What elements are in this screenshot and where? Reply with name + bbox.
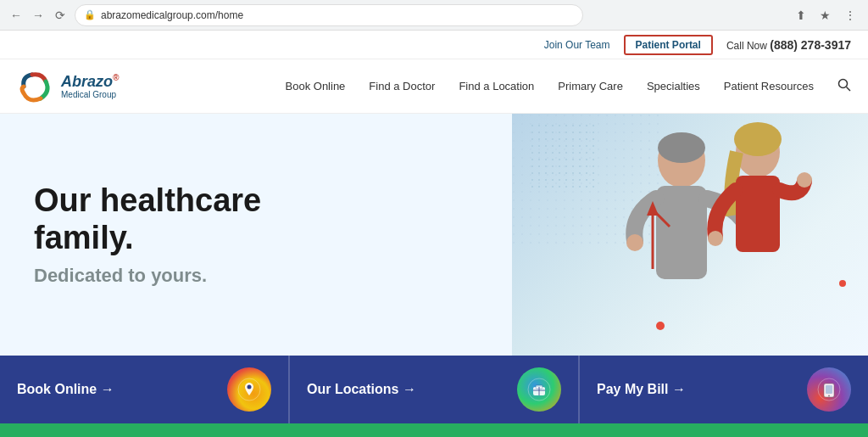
share-button[interactable]: ⬆ (793, 7, 810, 24)
svg-point-6 (658, 132, 705, 163)
nav-specialties[interactable]: Specialties (647, 80, 700, 92)
forward-button[interactable]: → (31, 8, 46, 23)
book-online-label: Book Online → (17, 382, 114, 397)
logo-icon (17, 68, 54, 105)
pay-bill-label: Pay My Bill → (597, 382, 686, 397)
svg-rect-29 (826, 385, 832, 394)
svg-point-11 (734, 122, 782, 156)
menu-button[interactable]: ⋮ (841, 7, 860, 24)
url-text: abrazomedicalgroup.com/home (101, 9, 243, 21)
svg-point-16 (839, 280, 846, 287)
hero-title: Our healthcare family. (34, 182, 261, 256)
hero-content: Our healthcare family. Dedicated to your… (0, 157, 295, 312)
hero-image (512, 114, 868, 356)
action-cards: Book Online → Our Locations → (0, 356, 868, 423)
nav-find-location[interactable]: Find a Location (459, 80, 534, 92)
svg-point-30 (828, 395, 830, 397)
svg-point-8 (626, 234, 643, 251)
green-banner-text: Our Health... Famil... (34, 434, 282, 437)
join-team-link[interactable]: Join Our Team (544, 39, 610, 51)
our-locations-label: Our Locations → (307, 382, 416, 397)
url-bar[interactable]: 🔒 abrazomedicalgroup.com/home (75, 4, 583, 26)
bill-icon (807, 367, 851, 412)
our-locations-card[interactable]: Our Locations → (290, 356, 580, 423)
phone-number: (888) 278-3917 (770, 38, 851, 52)
bookmark-button[interactable]: ★ (816, 7, 834, 24)
green-banner: Our Health... Famil... (0, 423, 868, 437)
nav-primary-care[interactable]: Primary Care (558, 80, 623, 92)
logo-text: Abrazo® Medical Group (61, 73, 119, 100)
locations-icon (517, 367, 561, 412)
lock-icon: 🔒 (84, 9, 96, 20)
book-icon (227, 367, 271, 412)
utility-bar: Join Our Team Patient Portal Call Now (8… (0, 31, 868, 59)
svg-point-14 (797, 172, 812, 188)
nav-links: Book Online Find a Doctor Find a Locatio… (286, 78, 851, 95)
nav-patient-resources[interactable]: Patient Resources (724, 80, 814, 92)
main-navigation: Abrazo® Medical Group Book Online Find a… (0, 59, 868, 114)
patient-portal-button[interactable]: Patient Portal (624, 35, 713, 55)
logo[interactable]: Abrazo® Medical Group (17, 68, 119, 105)
svg-point-13 (708, 231, 723, 246)
hero-subtitle: Dedicated to yours. (34, 265, 261, 287)
nav-book-online[interactable]: Book Online (286, 80, 346, 92)
nav-find-doctor[interactable]: Find a Doctor (369, 80, 435, 92)
back-button[interactable]: ← (8, 8, 24, 23)
book-online-card[interactable]: Book Online → (0, 356, 290, 423)
svg-point-15 (656, 322, 665, 330)
call-now-text: Call Now (888) 278-3917 (726, 38, 851, 52)
svg-point-1 (839, 79, 848, 87)
refresh-button[interactable]: ⟳ (53, 8, 68, 23)
svg-point-21 (248, 385, 252, 389)
search-icon (837, 78, 851, 92)
svg-line-2 (847, 87, 851, 91)
hero-section: Our healthcare family. Dedicated to your… (0, 114, 868, 356)
search-button[interactable] (837, 78, 851, 95)
pay-bill-card[interactable]: Pay My Bill → (580, 356, 868, 423)
